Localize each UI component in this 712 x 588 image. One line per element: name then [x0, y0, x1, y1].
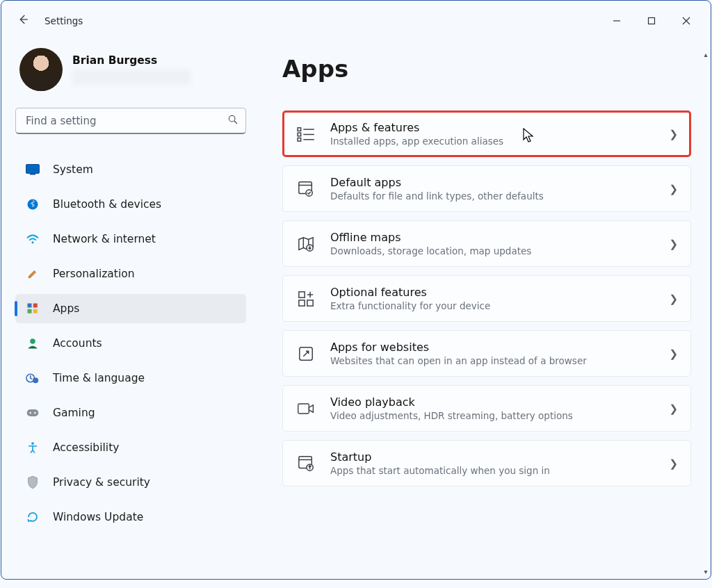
close-button[interactable] — [669, 8, 704, 33]
card-subtitle: Extra functionality for your device — [330, 300, 669, 311]
card-title: Video playback — [330, 395, 669, 409]
settings-cards: Apps & features Installed apps, app exec… — [282, 111, 691, 487]
add-squares-icon — [296, 288, 316, 309]
chevron-right-icon: ❯ — [669, 402, 678, 415]
svg-rect-33 — [298, 404, 309, 414]
titlebar: Settings — [1, 1, 711, 35]
svg-point-7 — [31, 241, 33, 243]
sidebar-item-label: Personalization — [53, 268, 135, 280]
chevron-right-icon: ❯ — [669, 238, 678, 250]
sidebar-item-accounts[interactable]: Accounts — [15, 329, 246, 358]
svg-rect-10 — [28, 309, 32, 313]
sidebar-item-label: Privacy & security — [53, 476, 150, 489]
wifi-icon — [25, 231, 40, 247]
scroll-down-icon[interactable]: ▾ — [701, 566, 711, 576]
svg-rect-9 — [33, 304, 38, 308]
card-subtitle: Downloads, storage location, map updates — [330, 245, 669, 256]
card-video-playback[interactable]: Video playback Video adjustments, HDR st… — [282, 385, 691, 432]
bluetooth-icon — [25, 197, 40, 212]
sidebar-item-label: Accessibility — [53, 441, 119, 454]
svg-rect-30 — [299, 300, 305, 305]
back-button[interactable] — [17, 13, 29, 28]
sidebar-item-label: Bluetooth & devices — [53, 198, 161, 211]
svg-point-16 — [29, 412, 31, 414]
card-optional-features[interactable]: Optional features Extra functionality fo… — [282, 275, 691, 322]
card-startup[interactable]: Startup Apps that start automatically wh… — [282, 440, 691, 487]
monitor-icon — [25, 162, 40, 177]
search-icon — [227, 114, 238, 128]
card-subtitle: Video adjustments, HDR streaming, batter… — [330, 410, 669, 421]
card-title: Apps for websites — [330, 341, 669, 354]
sidebar-item-apps[interactable]: Apps — [15, 294, 246, 323]
update-icon — [25, 509, 40, 525]
chevron-right-icon: ❯ — [669, 348, 678, 360]
sidebar-item-time-language[interactable]: Time & language — [15, 364, 246, 393]
card-apps-for-websites[interactable]: Apps for websites Websites that can open… — [282, 330, 691, 377]
video-icon — [296, 398, 316, 419]
svg-point-14 — [33, 377, 38, 383]
search-input[interactable] — [24, 114, 227, 128]
svg-rect-19 — [298, 127, 301, 131]
card-subtitle: Websites that can open in an app instead… — [330, 355, 669, 366]
svg-point-12 — [30, 338, 35, 344]
person-icon — [25, 336, 40, 351]
sidebar-item-system[interactable]: System — [15, 155, 246, 184]
vertical-scrollbar[interactable]: ▴ ▾ — [701, 49, 711, 576]
clock-globe-icon — [25, 370, 40, 386]
card-subtitle: Installed apps, app execution aliases — [330, 136, 669, 147]
apps-list-icon — [296, 124, 316, 145]
card-default-apps[interactable]: Default apps Defaults for file and link … — [282, 165, 691, 212]
svg-rect-4 — [26, 165, 40, 174]
profile-block[interactable]: Brian Burgess — [15, 48, 246, 91]
svg-rect-15 — [27, 409, 39, 416]
sidebar-item-label: Accounts — [53, 337, 102, 350]
map-icon — [296, 234, 316, 254]
app-title: Settings — [44, 15, 83, 26]
maximize-button[interactable] — [634, 8, 669, 33]
scroll-up-icon[interactable]: ▴ — [701, 49, 711, 59]
svg-rect-11 — [33, 309, 38, 313]
sidebar-nav: System Bluetooth & devices Network & int… — [15, 152, 246, 534]
svg-rect-21 — [298, 138, 301, 141]
sidebar-item-label: Windows Update — [53, 511, 143, 523]
gamepad-icon — [25, 405, 40, 420]
avatar — [19, 48, 63, 91]
chevron-right-icon: ❯ — [669, 183, 678, 195]
user-name: Brian Burgess — [72, 54, 191, 67]
open-in-app-icon — [296, 343, 316, 364]
svg-point-2 — [229, 115, 235, 122]
search-box[interactable] — [15, 108, 246, 134]
svg-rect-1 — [649, 18, 655, 24]
sidebar-item-privacy[interactable]: Privacy & security — [15, 468, 246, 497]
startup-icon — [296, 453, 316, 474]
sidebar-item-personalization[interactable]: Personalization — [15, 259, 246, 288]
sidebar-item-bluetooth[interactable]: Bluetooth & devices — [15, 190, 246, 219]
svg-rect-8 — [28, 304, 32, 308]
chevron-right-icon: ❯ — [669, 128, 678, 140]
card-title: Apps & features — [330, 121, 669, 134]
svg-rect-5 — [30, 174, 35, 175]
svg-rect-31 — [307, 300, 313, 305]
sidebar-item-label: Time & language — [53, 372, 145, 384]
card-title: Default apps — [330, 176, 669, 189]
sidebar-item-gaming[interactable]: Gaming — [15, 398, 246, 427]
sidebar-item-windows-update[interactable]: Windows Update — [15, 503, 246, 532]
main-content: Apps Apps & features Installed apps, app… — [252, 35, 711, 579]
sidebar-item-label: Apps — [53, 302, 79, 315]
card-title: Startup — [330, 450, 669, 464]
card-title: Offline maps — [330, 231, 669, 244]
svg-line-3 — [234, 121, 237, 124]
svg-rect-20 — [298, 133, 301, 136]
card-apps-and-features[interactable]: Apps & features Installed apps, app exec… — [282, 111, 691, 157]
window-controls — [599, 8, 704, 33]
minimize-button[interactable] — [599, 8, 634, 33]
sidebar-item-network[interactable]: Network & internet — [15, 224, 246, 254]
svg-point-18 — [31, 442, 34, 445]
chevron-right-icon: ❯ — [669, 293, 678, 305]
card-subtitle: Apps that start automatically when you s… — [330, 465, 669, 476]
shield-icon — [25, 475, 40, 490]
sidebar-item-accessibility[interactable]: Accessibility — [15, 433, 246, 462]
card-offline-maps[interactable]: Offline maps Downloads, storage location… — [282, 220, 691, 267]
page-title: Apps — [282, 55, 691, 83]
apps-icon — [25, 301, 40, 316]
